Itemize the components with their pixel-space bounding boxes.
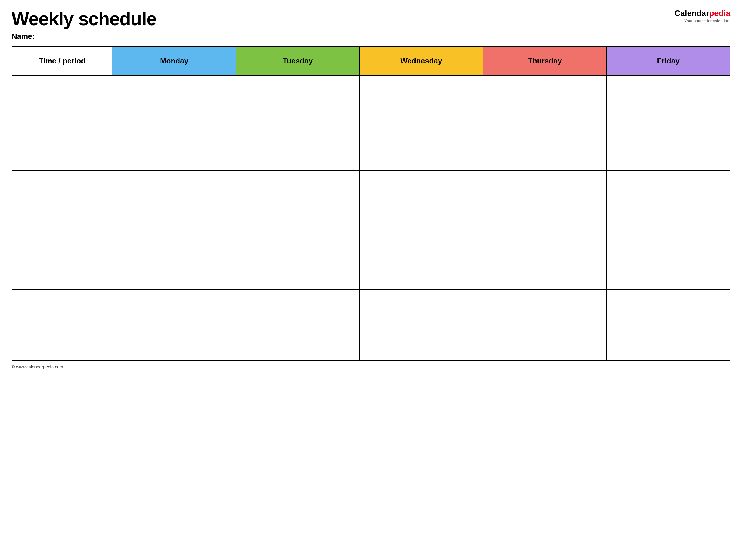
- schedule-cell[interactable]: [112, 123, 236, 147]
- schedule-cell[interactable]: [606, 99, 730, 123]
- table-body: [12, 75, 730, 361]
- footer: © www.calendarpedia.com: [12, 364, 730, 369]
- time-cell[interactable]: [12, 99, 112, 123]
- schedule-cell[interactable]: [112, 265, 236, 289]
- schedule-cell[interactable]: [112, 194, 236, 218]
- schedule-cell[interactable]: [112, 337, 236, 361]
- table-header-row: Time / period Monday Tuesday Wednesday T…: [12, 46, 730, 75]
- schedule-cell[interactable]: [483, 147, 606, 170]
- table-row: [12, 265, 730, 289]
- schedule-cell[interactable]: [606, 265, 730, 289]
- time-cell[interactable]: [12, 289, 112, 313]
- time-cell[interactable]: [12, 194, 112, 218]
- schedule-cell[interactable]: [483, 265, 606, 289]
- schedule-cell[interactable]: [112, 147, 236, 170]
- schedule-cell[interactable]: [236, 242, 359, 265]
- schedule-cell[interactable]: [359, 265, 483, 289]
- schedule-cell[interactable]: [112, 289, 236, 313]
- schedule-cell[interactable]: [606, 147, 730, 170]
- time-cell[interactable]: [12, 337, 112, 361]
- header-section: Weekly schedule Name: Calendarpedia Your…: [12, 9, 730, 41]
- schedule-cell[interactable]: [236, 123, 359, 147]
- schedule-cell[interactable]: [606, 123, 730, 147]
- header-tuesday: Tuesday: [236, 46, 359, 75]
- logo-calendar: Calendar: [675, 9, 709, 18]
- schedule-cell[interactable]: [236, 313, 359, 337]
- main-title: Weekly schedule: [12, 9, 675, 29]
- schedule-cell[interactable]: [236, 147, 359, 170]
- time-cell[interactable]: [12, 147, 112, 170]
- logo-text: Calendarpedia: [675, 9, 730, 18]
- schedule-cell[interactable]: [112, 170, 236, 194]
- title-area: Weekly schedule Name:: [12, 9, 675, 41]
- schedule-cell[interactable]: [236, 194, 359, 218]
- schedule-cell[interactable]: [236, 170, 359, 194]
- schedule-cell[interactable]: [483, 99, 606, 123]
- time-cell[interactable]: [12, 265, 112, 289]
- schedule-cell[interactable]: [359, 170, 483, 194]
- table-row: [12, 170, 730, 194]
- header-friday: Friday: [606, 46, 730, 75]
- page-container: Weekly schedule Name: Calendarpedia Your…: [12, 9, 730, 369]
- schedule-cell[interactable]: [112, 218, 236, 242]
- schedule-cell[interactable]: [606, 337, 730, 361]
- schedule-cell[interactable]: [606, 194, 730, 218]
- schedule-cell[interactable]: [483, 170, 606, 194]
- schedule-table: Time / period Monday Tuesday Wednesday T…: [12, 46, 730, 361]
- schedule-cell[interactable]: [236, 99, 359, 123]
- schedule-cell[interactable]: [112, 313, 236, 337]
- schedule-cell[interactable]: [359, 75, 483, 99]
- schedule-cell[interactable]: [606, 313, 730, 337]
- header-monday: Monday: [112, 46, 236, 75]
- schedule-cell[interactable]: [236, 218, 359, 242]
- schedule-cell[interactable]: [359, 242, 483, 265]
- schedule-cell[interactable]: [606, 170, 730, 194]
- table-row: [12, 242, 730, 265]
- schedule-cell[interactable]: [483, 194, 606, 218]
- table-row: [12, 218, 730, 242]
- time-cell[interactable]: [12, 75, 112, 99]
- schedule-cell[interactable]: [483, 289, 606, 313]
- logo-pedia: pedia: [709, 9, 730, 18]
- schedule-cell[interactable]: [236, 265, 359, 289]
- header-wednesday: Wednesday: [359, 46, 483, 75]
- footer-url: © www.calendarpedia.com: [12, 364, 63, 369]
- schedule-cell[interactable]: [606, 75, 730, 99]
- schedule-cell[interactable]: [359, 289, 483, 313]
- time-cell[interactable]: [12, 218, 112, 242]
- name-label: Name:: [12, 32, 675, 41]
- time-cell[interactable]: [12, 313, 112, 337]
- schedule-cell[interactable]: [359, 337, 483, 361]
- schedule-cell[interactable]: [483, 337, 606, 361]
- table-row: [12, 289, 730, 313]
- schedule-cell[interactable]: [236, 75, 359, 99]
- schedule-cell[interactable]: [483, 218, 606, 242]
- schedule-cell[interactable]: [359, 313, 483, 337]
- schedule-cell[interactable]: [112, 242, 236, 265]
- schedule-cell[interactable]: [236, 289, 359, 313]
- schedule-cell[interactable]: [236, 337, 359, 361]
- schedule-cell[interactable]: [483, 313, 606, 337]
- schedule-cell[interactable]: [359, 218, 483, 242]
- schedule-cell[interactable]: [483, 242, 606, 265]
- table-row: [12, 313, 730, 337]
- header-time: Time / period: [12, 46, 112, 75]
- schedule-cell[interactable]: [606, 242, 730, 265]
- schedule-cell[interactable]: [606, 289, 730, 313]
- table-row: [12, 123, 730, 147]
- schedule-cell[interactable]: [359, 147, 483, 170]
- schedule-cell[interactable]: [359, 194, 483, 218]
- table-row: [12, 75, 730, 99]
- schedule-cell[interactable]: [112, 99, 236, 123]
- schedule-cell[interactable]: [483, 123, 606, 147]
- schedule-cell[interactable]: [359, 123, 483, 147]
- table-row: [12, 147, 730, 170]
- time-cell[interactable]: [12, 170, 112, 194]
- schedule-cell[interactable]: [112, 75, 236, 99]
- time-cell[interactable]: [12, 242, 112, 265]
- schedule-cell[interactable]: [606, 218, 730, 242]
- table-row: [12, 337, 730, 361]
- schedule-cell[interactable]: [359, 99, 483, 123]
- schedule-cell[interactable]: [483, 75, 606, 99]
- time-cell[interactable]: [12, 123, 112, 147]
